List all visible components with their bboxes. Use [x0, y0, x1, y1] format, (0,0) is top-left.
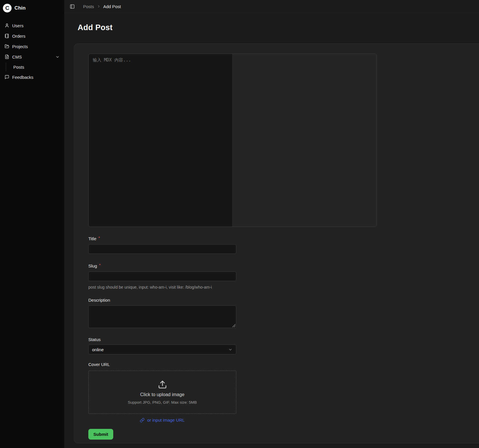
chevron-down-icon: [228, 347, 233, 352]
description-textarea-wrap: [88, 305, 236, 328]
sidebar-item-orders[interactable]: Orders: [2, 31, 62, 41]
cover-upload-dropzone[interactable]: Click to upload image Support JPG, PNG, …: [88, 371, 236, 414]
file-text-icon: [5, 54, 9, 59]
status-select[interactable]: online: [88, 345, 236, 354]
notebook-icon: [5, 34, 9, 38]
topbar: Posts Add Post: [65, 0, 479, 13]
input-image-url-label: or input image URL: [147, 418, 184, 422]
breadcrumb-item-posts[interactable]: Posts: [83, 4, 94, 9]
main-area: Posts Add Post Add Post Title * Slug * p…: [65, 0, 479, 448]
required-asterisk: *: [98, 236, 100, 240]
sidebar-item-users[interactable]: Users: [2, 21, 62, 30]
message-square-icon: [5, 75, 9, 79]
resize-handle[interactable]: [232, 324, 235, 327]
sidebar-item-feedbacks[interactable]: Feedbacks: [2, 72, 62, 82]
input-image-url-link[interactable]: or input image URL: [88, 418, 236, 422]
title-label: Title *: [88, 236, 479, 241]
upload-title: Click to upload image: [140, 392, 184, 397]
brand-name: Chin: [14, 5, 26, 11]
mdx-editor: [88, 54, 377, 227]
sidebar: C Chin Users Orders Projects C: [0, 0, 65, 448]
chevron-right-icon: [97, 4, 101, 8]
sidebar-item-label: Users: [12, 23, 23, 28]
page-title: Add Post: [78, 23, 479, 32]
status-label: Status: [88, 337, 479, 342]
sidebar-item-posts[interactable]: Posts: [11, 63, 62, 71]
sidebar-toggle-icon[interactable]: [70, 4, 75, 9]
upload-icon: [158, 380, 167, 389]
breadcrumb: Posts Add Post: [83, 4, 121, 9]
sidebar-item-label: Projects: [12, 44, 28, 49]
folder-open-icon: [5, 44, 9, 49]
link-icon: [140, 418, 145, 422]
slug-input[interactable]: [88, 272, 236, 281]
brand: C Chin: [2, 2, 62, 14]
sidebar-submenu-cms: Posts: [6, 63, 62, 71]
user-icon: [5, 23, 9, 28]
sidebar-nav: Users Orders Projects CMS Posts: [2, 21, 62, 83]
cover-url-label: Cover URL: [88, 362, 479, 367]
breadcrumb-item-current: Add Post: [103, 4, 121, 9]
required-asterisk: *: [99, 263, 100, 267]
description-textarea[interactable]: [89, 306, 236, 328]
sidebar-item-label: Feedbacks: [12, 75, 33, 80]
sidebar-item-label: Orders: [12, 34, 25, 39]
sidebar-item-label: CMS: [12, 54, 22, 59]
slug-label: Slug *: [88, 263, 479, 268]
brand-logo-letter: C: [5, 5, 9, 11]
status-select-value: online: [92, 347, 104, 352]
brand-logo-icon: C: [3, 4, 12, 12]
sidebar-item-cms[interactable]: CMS: [2, 52, 62, 61]
title-input[interactable]: [88, 244, 236, 254]
sidebar-item-projects[interactable]: Projects: [2, 42, 62, 51]
submit-button[interactable]: Submit: [88, 429, 113, 440]
chevron-down-icon: [55, 55, 60, 59]
mdx-preview-pane: [233, 54, 376, 227]
slug-help-text: post slug should be unique, input: who-a…: [88, 285, 479, 289]
mdx-editor-input[interactable]: [89, 54, 233, 227]
upload-hint: Support JPG, PNG, GIF. Max size: 5MB: [128, 400, 197, 405]
sidebar-item-label: Posts: [13, 65, 24, 70]
add-post-form-card: Title * Slug * post slug should be uniqu…: [74, 43, 479, 443]
description-label: Description: [88, 298, 479, 303]
